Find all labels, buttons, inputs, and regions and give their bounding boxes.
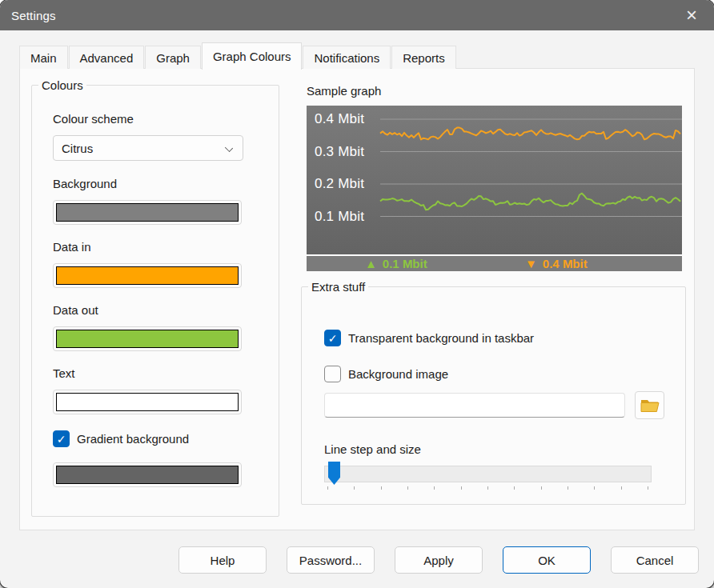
colour-scheme-value: Citrus: [62, 142, 93, 155]
tab-graph[interactable]: Graph: [145, 46, 201, 69]
legend-download-value: 0.4 Mbit: [543, 257, 588, 270]
background-image-label: Background image: [348, 367, 448, 381]
sample-graph-title: Sample graph: [307, 84, 381, 98]
background-colour-swatch[interactable]: [53, 200, 242, 225]
browse-folder-button[interactable]: [635, 391, 664, 419]
down-triangle-icon: ▼: [525, 257, 537, 270]
graph-y-label: 0.4 Mbit: [315, 111, 364, 127]
footer-buttons: Help Password... Apply OK Cancel: [178, 546, 699, 574]
gradient-colour-fill: [56, 466, 239, 484]
transparent-background-label: Transparent background in taskbar: [348, 331, 534, 345]
text-colour-fill: [56, 393, 239, 411]
text-colour-swatch[interactable]: [53, 390, 242, 414]
colours-group-title: Colours: [38, 78, 86, 93]
chevron-down-icon: [225, 144, 233, 152]
data-in-colour-fill: [56, 266, 239, 285]
line-step-slider[interactable]: [324, 462, 652, 490]
background-label: Background: [53, 177, 117, 190]
background-colour-fill: [56, 203, 239, 222]
apply-button[interactable]: Apply: [395, 546, 483, 574]
tab-notifications[interactable]: Notifications: [303, 46, 391, 69]
gradient-checkbox-box[interactable]: ✓: [53, 430, 70, 447]
data-out-label: Data out: [53, 303, 98, 317]
extra-stuff-group-title: Extra stuff: [308, 279, 368, 294]
line-step-label: Line step and size: [324, 442, 421, 456]
data-out-colour-swatch[interactable]: [53, 326, 242, 351]
data-in-label: Data in: [53, 240, 91, 254]
settings-dialog: Settings × Main Advanced Graph Graph Col…: [0, 0, 714, 588]
colours-group: Colours Colour scheme Citrus Background …: [31, 85, 279, 517]
gradient-background-label: Gradient background: [77, 432, 189, 446]
tab-main[interactable]: Main: [19, 46, 68, 69]
tab-advanced[interactable]: Advanced: [69, 46, 145, 69]
legend-upload: ▲ 0.1 Mbit: [365, 256, 427, 271]
colour-scheme-dropdown[interactable]: Citrus: [53, 135, 243, 161]
tab-graph-colours[interactable]: Graph Colours: [202, 42, 303, 70]
password-button[interactable]: Password...: [287, 546, 375, 574]
text-label: Text: [53, 366, 75, 380]
transparent-checkbox-box[interactable]: ✓: [324, 330, 341, 346]
folder-icon: [640, 398, 660, 414]
check-icon: ✓: [328, 333, 338, 344]
window-title: Settings: [0, 9, 56, 22]
slider-ticks: [327, 486, 648, 490]
tab-strip: Main Advanced Graph Graph Colours Notifi…: [19, 42, 457, 69]
extra-stuff-group: Extra stuff ✓ Transparent background in …: [301, 286, 686, 505]
slider-track[interactable]: [324, 466, 652, 482]
up-triangle-icon: ▲: [365, 257, 377, 270]
cancel-button[interactable]: Cancel: [611, 546, 699, 574]
data-out-colour-fill: [56, 330, 239, 348]
transparent-background-checkbox[interactable]: ✓ Transparent background in taskbar: [324, 330, 534, 346]
legend-upload-value: 0.1 Mbit: [383, 257, 427, 270]
graph-y-label: 0.1 Mbit: [315, 209, 364, 225]
legend-download: ▼ 0.4 Mbit: [525, 256, 588, 271]
title-bar[interactable]: Settings ×: [0, 0, 714, 30]
background-image-checkbox-box[interactable]: ✓: [324, 366, 341, 382]
ok-button[interactable]: OK: [503, 546, 591, 574]
sample-graph: ▲ 0.1 Mbit ▼ 0.4 Mbit 0.4 Mbit0.3 Mbit0.…: [307, 106, 682, 271]
help-button[interactable]: Help: [178, 546, 267, 574]
graph-y-label: 0.2 Mbit: [315, 176, 364, 192]
data-in-colour-swatch[interactable]: [53, 263, 242, 288]
tab-reports[interactable]: Reports: [391, 46, 456, 69]
close-icon[interactable]: ×: [674, 0, 709, 30]
background-image-checkbox[interactable]: ✓ Background image: [324, 366, 448, 382]
sample-graph-legend: ▲ 0.1 Mbit ▼ 0.4 Mbit: [307, 254, 682, 271]
graph-y-label: 0.3 Mbit: [315, 144, 364, 160]
gradient-colour-swatch[interactable]: [53, 462, 242, 487]
colour-scheme-label: Colour scheme: [53, 112, 134, 126]
gradient-background-checkbox[interactable]: ✓ Gradient background: [53, 430, 189, 447]
check-icon: ✓: [57, 434, 66, 445]
tab-page-graph-colours: Colours Colour scheme Citrus Background …: [19, 68, 695, 530]
background-image-path-input[interactable]: [324, 393, 625, 418]
